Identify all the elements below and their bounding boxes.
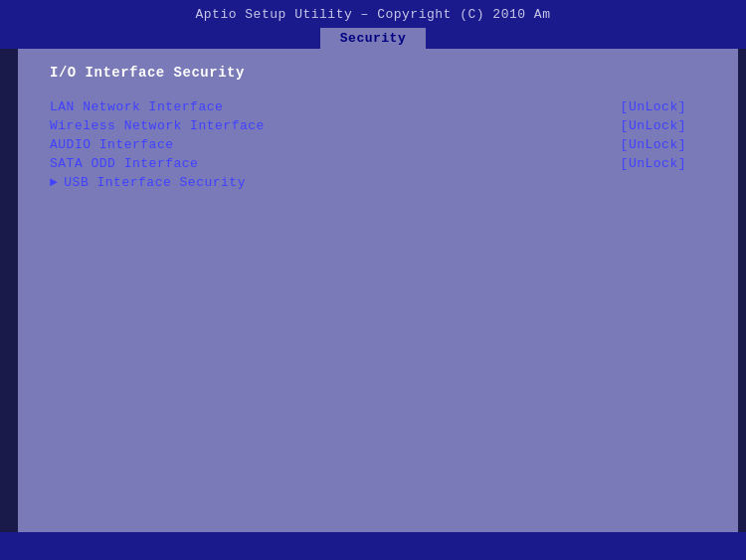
wireless-label: Wireless Network Interface (50, 118, 265, 133)
lan-value: [UnLock] (621, 99, 686, 114)
sata-value: [UnLock] (621, 156, 686, 171)
menu-row-wireless[interactable]: Wireless Network Interface [UnLock] (50, 117, 716, 134)
bottom-bar (0, 532, 746, 560)
header-bar: Aptio Setup Utility – Copyright (C) 2010… (0, 0, 746, 28)
sata-label: SATA ODD Interface (50, 156, 198, 171)
menu-row-sata[interactable]: SATA ODD Interface [UnLock] (50, 155, 716, 172)
header-title: Aptio Setup Utility – Copyright (C) 2010… (196, 7, 551, 22)
menu-row-lan[interactable]: LAN Network Interface [UnLock] (50, 98, 716, 115)
audio-value: [UnLock] (621, 137, 686, 152)
content-inner: I/O Interface Security LAN Network Inter… (50, 65, 716, 191)
right-border (738, 49, 746, 532)
bios-screen: Aptio Setup Utility – Copyright (C) 2010… (0, 0, 746, 560)
menu-list: LAN Network Interface [UnLock] Wireless … (50, 98, 716, 191)
arrow-icon: ► (50, 175, 58, 190)
left-border (0, 49, 18, 532)
audio-label: AUDIO Interface (50, 137, 174, 152)
menu-row-audio[interactable]: AUDIO Interface [UnLock] (50, 136, 716, 153)
section-title: I/O Interface Security (50, 65, 716, 81)
main-content: I/O Interface Security LAN Network Inter… (0, 49, 746, 532)
menu-row-usb[interactable]: ► USB Interface Security (50, 174, 716, 191)
tab-security[interactable]: Security (320, 28, 426, 49)
lan-label: LAN Network Interface (50, 99, 223, 114)
usb-label: ► USB Interface Security (50, 175, 246, 190)
tab-bar: Security (0, 28, 746, 49)
wireless-value: [UnLock] (621, 118, 686, 133)
